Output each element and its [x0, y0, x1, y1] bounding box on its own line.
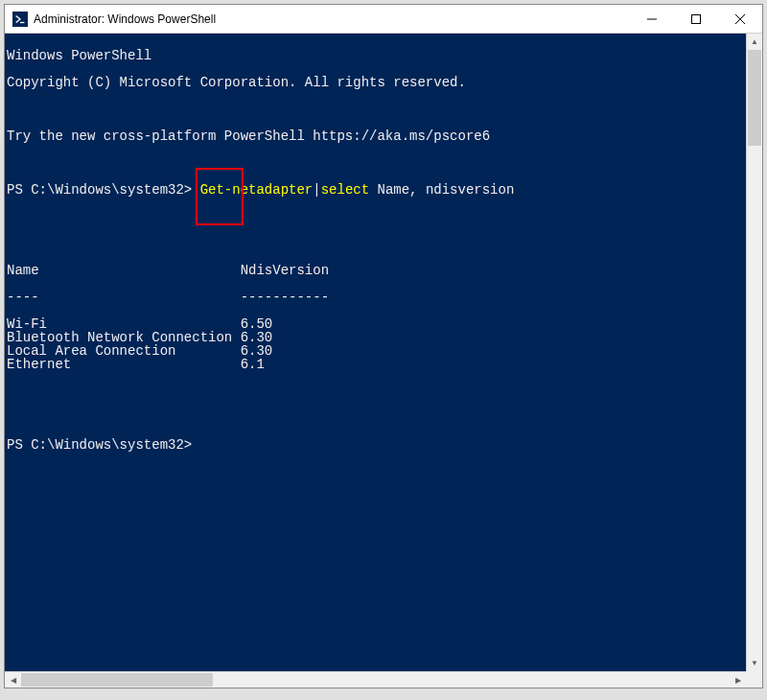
svg-rect-1 — [692, 14, 701, 23]
cmd-args: Name, ndisversion — [377, 182, 514, 198]
scroll-left-button[interactable]: ◀ — [5, 672, 21, 688]
terminal-output[interactable]: Windows PowerShell Copyright (C) Microso… — [5, 34, 762, 688]
adapter-name: Ethernet — [7, 357, 241, 372]
cmd-get-netadapter: Get-netadapter — [200, 182, 314, 198]
powershell-icon — [12, 12, 28, 27]
horizontal-scroll-thumb[interactable] — [21, 673, 213, 687]
column-dashes-ndisversion: ----------- — [241, 290, 329, 305]
column-header-ndisversion: NdisVersion — [241, 263, 329, 278]
powershell-window: Administrator: Windows PowerShell Window… — [4, 4, 763, 688]
cmd-select: select — [321, 182, 378, 198]
prompt-2: PS C:\Windows\system32> — [7, 437, 192, 453]
adapter-ndisversion: 6.1 — [241, 357, 265, 372]
ps-tip: Try the new cross-platform PowerShell ht… — [7, 128, 490, 144]
column-header-name: Name — [7, 263, 241, 278]
scroll-down-button[interactable]: ▼ — [747, 655, 762, 671]
window-controls — [630, 5, 762, 33]
scroll-right-button[interactable]: ▶ — [730, 672, 746, 688]
ps-header-2: Copyright (C) Microsoft Corporation. All… — [7, 75, 466, 90]
scrollbar-corner — [746, 671, 762, 688]
column-dashes-name: ---- — [7, 290, 241, 305]
ps-header-1: Windows PowerShell — [7, 48, 151, 63]
vertical-scroll-thumb[interactable] — [748, 50, 761, 146]
vertical-scrollbar[interactable]: ▲ ▼ — [746, 34, 762, 671]
titlebar[interactable]: Administrator: Windows PowerShell — [5, 5, 762, 34]
maximize-button[interactable] — [674, 5, 718, 33]
scroll-up-button[interactable]: ▲ — [747, 34, 762, 50]
cmd-pipe: | — [313, 182, 320, 198]
close-button[interactable] — [718, 5, 762, 33]
horizontal-scrollbar[interactable]: ◀ ▶ — [5, 671, 746, 688]
prompt-1: PS C:\Windows\system32> — [7, 182, 200, 198]
window-title: Administrator: Windows PowerShell — [34, 12, 216, 26]
minimize-button[interactable] — [630, 5, 674, 33]
